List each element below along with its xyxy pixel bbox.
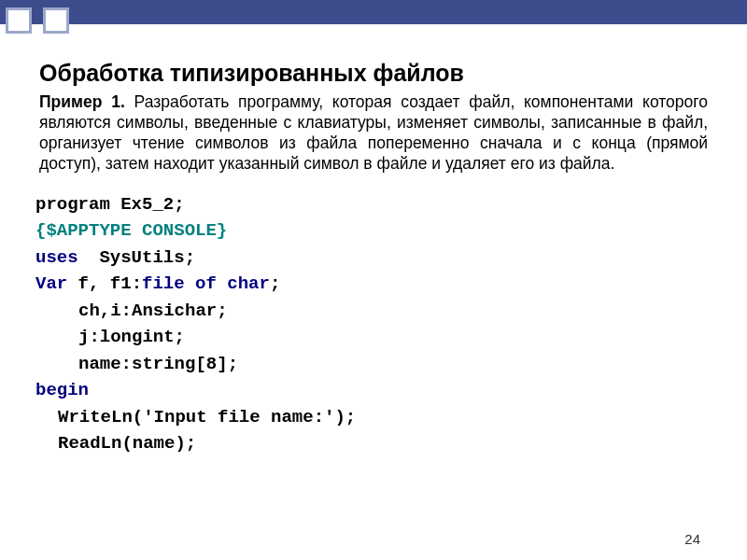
- code-line: j:longint;: [35, 324, 713, 351]
- slide-title: Обработка типизированных файлов: [34, 60, 713, 87]
- code-line: begin: [35, 377, 713, 404]
- code-line: uses SysUtils;: [35, 245, 713, 272]
- decorative-squares: [6, 7, 69, 34]
- code-block: program Ex5_2; {$APPTYPE CONSOLE} uses S…: [34, 191, 713, 457]
- code-line: ch,i:Ansichar;: [35, 298, 713, 325]
- code-text: SysUtils;: [78, 247, 195, 268]
- example-paragraph: Пример 1. Разработать программу, которая…: [34, 92, 713, 175]
- example-text: Разработать программу, которая создает ф…: [39, 92, 708, 173]
- keyword: file of char: [142, 273, 270, 294]
- example-label: Пример 1.: [39, 92, 125, 111]
- square-icon: [6, 7, 32, 34]
- code-line: name:string[8];: [35, 351, 713, 378]
- code-line: Var f, f1:file of char;: [35, 271, 713, 298]
- code-line: program Ex5_2;: [35, 191, 713, 218]
- code-text: ;: [270, 273, 280, 294]
- header-bar: [0, 0, 747, 24]
- code-line: {$APPTYPE CONSOLE}: [35, 217, 713, 245]
- code-line: WriteLn('Input file name:');: [35, 404, 713, 431]
- code-text: f, f1:: [67, 273, 142, 294]
- square-icon: [43, 7, 69, 34]
- code-line: ReadLn(name);: [35, 430, 713, 457]
- keyword: Var: [35, 273, 67, 294]
- slide-content: Обработка типизированных файлов Пример 1…: [0, 24, 747, 457]
- keyword: uses: [35, 247, 78, 268]
- page-number: 24: [684, 531, 700, 547]
